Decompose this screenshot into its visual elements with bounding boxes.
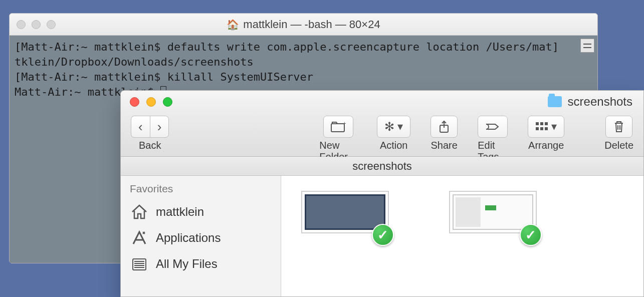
finder-titlebar: screenshots: [121, 91, 643, 113]
terminal-line: [Matt-Air:~ mattklein$ defaults write co…: [15, 40, 592, 55]
close-button[interactable]: [130, 97, 139, 107]
new-folder-button[interactable]: +: [323, 116, 353, 138]
all-files-icon: [130, 255, 149, 273]
command-text: killall SystemUIServer: [167, 71, 313, 83]
arrange-label: Arrange: [528, 140, 564, 151]
sidebar-item-applications[interactable]: Applications: [127, 225, 275, 251]
prompt-text: [Matt-Air:~ mattklein$: [15, 41, 167, 53]
svg-rect-7: [540, 127, 543, 130]
file-thumbnail[interactable]: ✓: [301, 191, 389, 233]
terminal-traffic-lights: [17, 20, 56, 29]
close-dot[interactable]: [17, 20, 26, 29]
finder-title: screenshots: [548, 95, 632, 109]
chevron-down-icon: ▾: [551, 120, 557, 133]
svg-rect-5: [545, 122, 548, 125]
home-icon: 🏠: [227, 19, 239, 31]
finder-body: Favorites mattklein Applications All My …: [121, 176, 643, 296]
sidebar-header-favorites: Favorites: [127, 181, 275, 199]
grid-icon: [535, 122, 548, 132]
finder-window: screenshots ‹ › Back + New Folder ✻ ▾ Ac…: [120, 90, 644, 297]
svg-rect-4: [540, 122, 543, 125]
svg-rect-3: [536, 122, 539, 125]
file-thumbnail[interactable]: ✓: [449, 191, 537, 233]
share-label: Share: [431, 140, 458, 151]
delete-label: Delete: [604, 140, 633, 151]
home-icon: [130, 203, 149, 221]
applications-icon: [130, 229, 149, 247]
edit-tags-button[interactable]: [478, 116, 508, 138]
prompt-text: [Matt-Air:~ mattklein$: [15, 71, 167, 83]
finder-title-text: screenshots: [568, 95, 632, 109]
sync-check-icon: ✓: [372, 224, 394, 246]
finder-traffic-lights: [130, 97, 172, 107]
terminal-title: 🏠 mattklein — -bash — 80×24: [10, 18, 597, 31]
folder-icon: [548, 96, 562, 107]
svg-rect-8: [545, 127, 548, 130]
finder-sidebar: Favorites mattklein Applications All My …: [121, 176, 281, 296]
svg-rect-9: [133, 259, 146, 270]
zoom-dot[interactable]: [47, 20, 56, 29]
sidebar-item-label: mattklein: [156, 205, 204, 219]
svg-rect-6: [536, 127, 539, 130]
action-button[interactable]: ✻ ▾: [377, 116, 410, 138]
terminal-line: [Matt-Air:~ mattklein$ killall SystemUIS…: [15, 70, 592, 85]
chevron-right-icon: ›: [157, 119, 162, 135]
terminal-title-text: mattklein — -bash — 80×24: [243, 18, 380, 31]
finder-content[interactable]: ✓ ✓: [281, 176, 643, 296]
command-text: defaults write com.apple.screencapture l…: [167, 41, 559, 53]
svg-text:+: +: [343, 121, 346, 126]
minimize-dot[interactable]: [32, 20, 41, 29]
finder-toolbar: ‹ › Back + New Folder ✻ ▾ Action Share: [121, 113, 643, 157]
sidebar-item-home[interactable]: mattklein: [127, 199, 275, 225]
sidebar-item-all-my-files[interactable]: All My Files: [127, 251, 275, 277]
command-wrap: tklein/Dropbox/Downloads/screenshots: [15, 56, 254, 68]
action-label: Action: [380, 140, 408, 151]
back-button[interactable]: ‹: [131, 116, 150, 138]
trash-icon: [613, 120, 625, 133]
chevron-left-icon: ‹: [138, 119, 143, 135]
sidebar-item-label: All My Files: [156, 257, 218, 271]
terminal-line: tklein/Dropbox/Downloads/screenshots: [15, 55, 592, 70]
sidebar-item-label: Applications: [156, 231, 221, 245]
arrange-button[interactable]: ▾: [528, 116, 564, 138]
pathbar-text: screenshots: [352, 160, 412, 173]
scroll-indicator-icon[interactable]: [580, 39, 594, 53]
tag-icon: [485, 121, 500, 132]
minimize-button[interactable]: [146, 97, 156, 107]
sync-check-icon: ✓: [520, 224, 542, 246]
back-forward-group: ‹ › Back: [131, 116, 169, 151]
back-label: Back: [139, 140, 161, 151]
new-folder-icon: +: [331, 121, 346, 132]
delete-button[interactable]: [605, 116, 632, 138]
chevron-down-icon: ▾: [397, 120, 403, 133]
share-button[interactable]: [431, 116, 458, 138]
share-icon: [438, 120, 450, 133]
forward-button[interactable]: ›: [150, 116, 169, 138]
finder-pathbar: screenshots: [121, 157, 643, 176]
gear-icon: ✻: [384, 120, 394, 134]
terminal-titlebar: 🏠 mattklein — -bash — 80×24: [10, 14, 597, 36]
zoom-button[interactable]: [163, 97, 172, 107]
